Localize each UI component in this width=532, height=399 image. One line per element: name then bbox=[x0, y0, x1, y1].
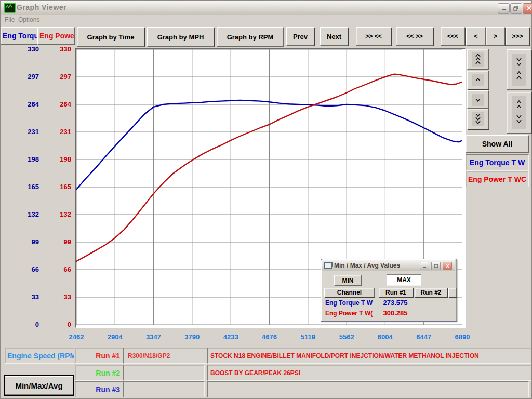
y-axis-label: 99 bbox=[45, 238, 71, 246]
run3-label: Run #3 bbox=[75, 381, 128, 397]
graph-by-mph-button[interactable]: Graph by MPH bbox=[147, 27, 214, 47]
next-button[interactable]: Next bbox=[320, 27, 348, 46]
y-axis-label: 231 bbox=[45, 128, 71, 136]
menu-options[interactable]: Options bbox=[16, 15, 42, 24]
zoom-out-x-button[interactable]: << >> bbox=[396, 27, 433, 46]
pan-right-button[interactable]: > bbox=[486, 27, 505, 46]
graph-by-time-button[interactable]: Graph by Time bbox=[77, 27, 144, 47]
x-axis-label: 6004 bbox=[368, 333, 402, 341]
y-axis-label: 165 bbox=[13, 183, 39, 191]
max-toggle-button[interactable]: MAX bbox=[387, 274, 421, 286]
x-axis-label: 2904 bbox=[98, 333, 131, 341]
run3-file-field[interactable] bbox=[123, 381, 205, 397]
dialog-row-value: 273.575 bbox=[378, 299, 413, 307]
y-axis-label: 132 bbox=[13, 210, 39, 218]
minimize-button[interactable] bbox=[498, 3, 510, 14]
y-axis-label: 198 bbox=[45, 155, 71, 163]
legend-eng-power: Eng Power T WC bbox=[466, 171, 529, 187]
y-axis-label: 264 bbox=[45, 100, 71, 108]
title-bar: Graph Viewer bbox=[1, 1, 531, 15]
dialog-minimize-button[interactable] bbox=[420, 262, 429, 270]
dialog-close-icon[interactable] bbox=[443, 262, 452, 270]
x-axis-label: 2462 bbox=[60, 333, 93, 341]
dialog-title: Min / Max / Avg Values bbox=[334, 262, 400, 269]
compress-y-button[interactable] bbox=[507, 49, 531, 90]
pan-far-right-button[interactable]: >>> bbox=[506, 27, 529, 46]
dialog-row-value: 300.285 bbox=[378, 309, 413, 317]
y-axis-label: 165 bbox=[45, 183, 71, 191]
prev-button[interactable]: Prev bbox=[286, 27, 314, 46]
y-axis-label: 66 bbox=[13, 265, 39, 273]
y-axis-label: 264 bbox=[13, 100, 39, 108]
scale-down-fast-button[interactable] bbox=[467, 109, 489, 129]
y-axis-label: 0 bbox=[13, 321, 39, 328]
run3-column-button-partial[interactable] bbox=[448, 288, 457, 297]
run1-label: Run #1 bbox=[75, 348, 128, 364]
x-axis-label: 5119 bbox=[291, 333, 325, 341]
scale-down-button[interactable] bbox=[467, 90, 489, 109]
x-axis-channel-field[interactable]: Engine Speed (RPM) bbox=[5, 348, 74, 364]
window-title: Graph Viewer bbox=[17, 3, 66, 11]
triple-chevron-up-icon bbox=[472, 52, 484, 66]
run2-column-button[interactable]: Run #2 bbox=[415, 288, 447, 297]
x-axis-label: 5562 bbox=[330, 333, 363, 341]
chevrons-inward-icon bbox=[512, 54, 526, 86]
tab-eng-torque[interactable]: Eng Torque bbox=[1, 27, 38, 45]
y-axis-label: 297 bbox=[13, 73, 39, 81]
y-axis-label: 297 bbox=[45, 73, 71, 81]
x-axis-label: 3790 bbox=[176, 333, 209, 341]
scale-up-fast-button[interactable] bbox=[467, 49, 489, 70]
y-axis-label: 0 bbox=[45, 321, 71, 328]
channel-column-button[interactable]: Channel bbox=[324, 288, 375, 297]
run2-label: Run #2 bbox=[75, 365, 128, 381]
run3-note-field[interactable] bbox=[207, 381, 529, 397]
pan-far-left-button[interactable]: <<< bbox=[441, 27, 465, 46]
y-axis-label: 231 bbox=[13, 128, 39, 136]
chevron-down-icon bbox=[472, 94, 484, 106]
x-axis-label: 4676 bbox=[253, 333, 286, 341]
tab-eng-power[interactable]: Eng Power bbox=[37, 27, 75, 45]
run2-file-field[interactable] bbox=[123, 365, 205, 381]
app-icon bbox=[4, 3, 16, 13]
dialog-row-channel: Eng Power T W( bbox=[325, 310, 377, 317]
y-axis-label: 33 bbox=[13, 293, 39, 301]
graph-by-rpm-button[interactable]: Graph by RPM bbox=[217, 27, 284, 47]
minmax-avg-button[interactable]: Min/Max/Avg bbox=[4, 375, 74, 396]
y-axis-label: 330 bbox=[13, 45, 39, 53]
pan-left-button[interactable]: < bbox=[466, 27, 486, 46]
expand-y-button[interactable] bbox=[507, 92, 531, 134]
graph-viewer-window: Graph Viewer File Options Eng Torque Eng… bbox=[0, 0, 532, 399]
y-axis-label: 33 bbox=[45, 293, 71, 301]
legend-eng-torque: Eng Torque T W bbox=[466, 154, 529, 171]
run1-column-button[interactable]: Run #1 bbox=[379, 288, 413, 297]
triple-chevron-down-icon bbox=[472, 112, 484, 126]
close-icon[interactable] bbox=[523, 3, 532, 14]
chevrons-outward-icon bbox=[512, 96, 526, 129]
y-axis-label: 198 bbox=[13, 155, 39, 163]
restore-button[interactable] bbox=[510, 3, 522, 14]
y-axis-label: 66 bbox=[45, 265, 71, 273]
dialog-maximize-button[interactable] bbox=[431, 262, 441, 270]
minmax-values-dialog: Min / Max / Avg Values MIN MAX Channel R… bbox=[321, 259, 457, 322]
x-axis-label: 3347 bbox=[137, 333, 170, 341]
show-all-button[interactable]: Show All bbox=[466, 135, 529, 153]
run1-file-field[interactable]: R300/N18/GP2 bbox=[123, 348, 209, 364]
y-axis-label: 99 bbox=[13, 238, 39, 246]
zoom-in-x-button[interactable]: >> << bbox=[356, 27, 391, 46]
min-toggle-button[interactable]: MIN bbox=[334, 275, 362, 286]
run1-note-field[interactable]: STOCK N18 ENGINE/BILLET MANIFOLD/PORT IN… bbox=[207, 348, 531, 364]
x-axis-label: 6890 bbox=[446, 333, 479, 341]
y-axis-label: 330 bbox=[45, 45, 71, 53]
run2-note-field[interactable]: BOOST BY GEAR/PEAK 26PSI bbox=[207, 365, 531, 381]
x-axis-label: 4233 bbox=[214, 333, 247, 341]
dialog-icon bbox=[324, 262, 332, 269]
menu-file[interactable]: File bbox=[2, 15, 17, 24]
y-axis-label: 132 bbox=[45, 210, 71, 218]
scale-up-button[interactable] bbox=[467, 71, 489, 89]
chevron-up-icon bbox=[472, 74, 484, 86]
dialog-row-channel: Eng Torque T W bbox=[325, 299, 377, 307]
x-axis-label: 6447 bbox=[407, 333, 441, 341]
